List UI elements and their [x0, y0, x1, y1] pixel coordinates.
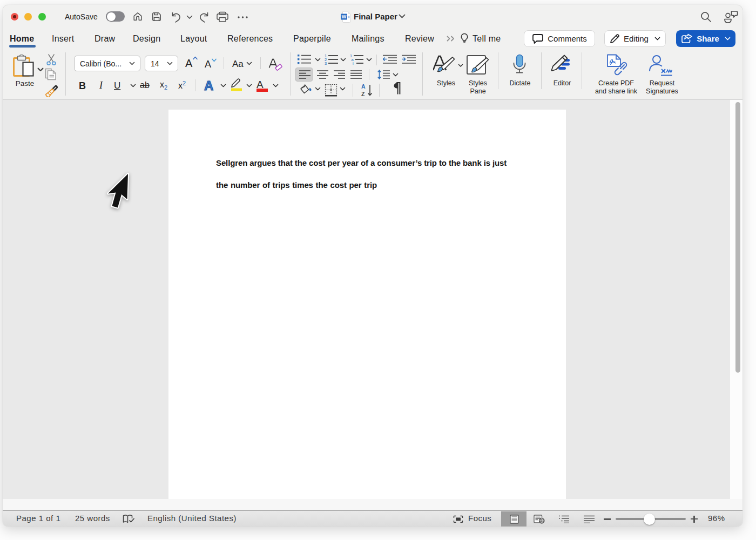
- svg-text:i: i: [353, 61, 354, 65]
- svg-text:Z: Z: [361, 91, 365, 97]
- svg-text:3: 3: [325, 61, 327, 65]
- svg-text:A: A: [361, 84, 366, 90]
